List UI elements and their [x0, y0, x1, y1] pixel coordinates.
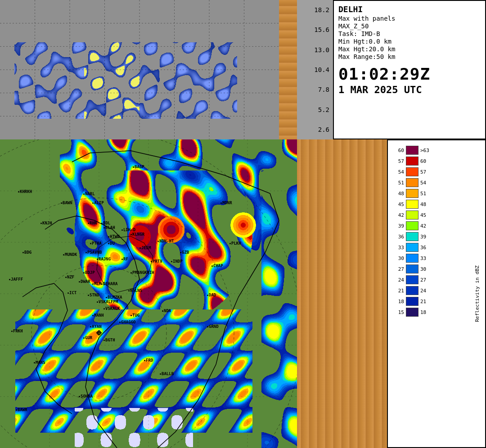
max-hgt-label: Max Hgt:20.0 km [338, 45, 481, 53]
location-label: RAJNG [99, 257, 111, 261]
legend-row: 4548 [392, 199, 472, 210]
legend-val-right: 57 [418, 169, 439, 175]
location-label: MANS [36, 360, 45, 365]
location-label: PMANGKRIH [132, 270, 154, 275]
legend-row: 3639 [392, 231, 472, 242]
legend-val-right: 45 [418, 212, 439, 218]
location-dot [108, 236, 109, 237]
location-label: DU [110, 241, 115, 246]
location-dot [180, 252, 181, 253]
legend-val-right: 39 [418, 234, 439, 240]
location-dot [92, 315, 94, 316]
location-label: NARL [85, 192, 95, 196]
legend-rows-area: 60>6357605457515448514548424539423639333… [392, 145, 472, 443]
location-dot [9, 279, 10, 280]
legend-val-left: 39 [392, 223, 406, 229]
location-label: RF [123, 257, 128, 261]
legend-row: 3336 [392, 242, 472, 253]
location-dot [61, 202, 62, 204]
location-dot [11, 331, 13, 332]
location-label: PSAVNB [87, 250, 102, 255]
reflectivity-label: Reflectivity in dBZ [474, 265, 480, 322]
location-dot [130, 272, 132, 273]
location-label: DAD [209, 293, 216, 297]
legend-color-swatch [406, 264, 418, 273]
legend-color-swatch [406, 297, 418, 306]
location-label: NDA [164, 309, 171, 313]
legend-val-left: 54 [392, 169, 406, 175]
legend-val-left: 36 [392, 234, 406, 240]
legend-container: 60>6357605457515448514548424539423639333… [392, 145, 482, 443]
legend-side-label: Reflectivity in dBZ [472, 145, 482, 443]
legend-val-right: 42 [418, 223, 439, 229]
legend-val-right: 54 [418, 180, 439, 186]
legend-val-right: 27 [418, 277, 439, 283]
location-label: MDNR [222, 201, 232, 205]
location-dot [104, 340, 105, 341]
legend-val-right: 51 [418, 191, 439, 197]
location-dot [88, 223, 89, 224]
top-radar-canvas [0, 0, 297, 139]
location-label: DEHARА [103, 282, 118, 286]
date-display: 1 MAR 2025 UTC [338, 84, 481, 95]
location-label: VSKALFPM [99, 300, 118, 304]
location-label: GRND [209, 324, 219, 329]
location-dot [104, 227, 105, 228]
scale-value: 18.2 [314, 6, 329, 13]
scale-value: 2.6 [318, 126, 329, 133]
location-dot [40, 223, 42, 224]
location-dot [86, 252, 87, 253]
location-dot [207, 326, 208, 327]
info-box: DELHI Max with panels MAX_Z_50 Task: IMD… [333, 0, 486, 139]
scale-value: 7.8 [318, 86, 329, 93]
location-dot [63, 254, 64, 255]
location-dot [122, 229, 123, 231]
location-label: BGTH [105, 338, 115, 342]
location-label: GHAGGO [121, 320, 136, 324]
legend-box: 60>6357605457515448514548424539423639333… [387, 139, 486, 448]
legend-color-swatch [406, 167, 418, 176]
legend-val-left: 15 [392, 309, 406, 315]
location-label: BDG [24, 250, 32, 255]
legend-color-swatch [406, 232, 418, 241]
main-container: BAGPKHRKHNARLBAWNALIPMDNRKNJHRHNBDLBLAHL… [0, 0, 486, 448]
location-dot [130, 234, 132, 235]
legend-val-left: 18 [392, 299, 406, 305]
location-label: AYAN [92, 324, 102, 329]
location-dot [128, 290, 130, 291]
legend-val-left: 60 [392, 148, 406, 153]
legend-row: 2124 [392, 285, 472, 296]
location-dot [140, 247, 141, 249]
location-label: BLMZKA [108, 295, 122, 300]
legend-row: 4245 [392, 210, 472, 220]
location-label: PRTV [153, 259, 162, 264]
location-dot [88, 295, 89, 296]
legend-val-left: 24 [392, 277, 406, 283]
location-label: NSLNS [130, 288, 142, 293]
location-dot [160, 373, 161, 375]
legend-color-swatch [406, 146, 418, 155]
location-label: NDN-HT [159, 239, 174, 243]
scale-value: 15.6 [314, 26, 329, 33]
location-label: BLAH [105, 225, 115, 230]
location-dot [97, 259, 98, 260]
legend-val-right: 60 [418, 158, 439, 164]
legend-val-left: 45 [392, 202, 406, 207]
location-label: SOHNA [81, 394, 93, 399]
vertical-panels [297, 139, 387, 448]
legend-val-left: 51 [392, 180, 406, 186]
location-dot [162, 310, 163, 312]
location-label: FRKH [13, 329, 23, 333]
legend-color-swatch [406, 275, 418, 284]
legend-val-right: 48 [418, 202, 439, 207]
location-dot [83, 193, 85, 195]
location-dot [65, 277, 67, 278]
location-dot [16, 409, 17, 411]
location-dot [144, 360, 145, 361]
product-label: MAX_Z_50 [338, 22, 481, 30]
legend-color-swatch [406, 254, 418, 263]
location-label: CHAP [213, 264, 223, 268]
legend-row: 5154 [392, 177, 472, 188]
location-label: BAWN [63, 201, 72, 205]
legend-val-left: 57 [392, 158, 406, 164]
